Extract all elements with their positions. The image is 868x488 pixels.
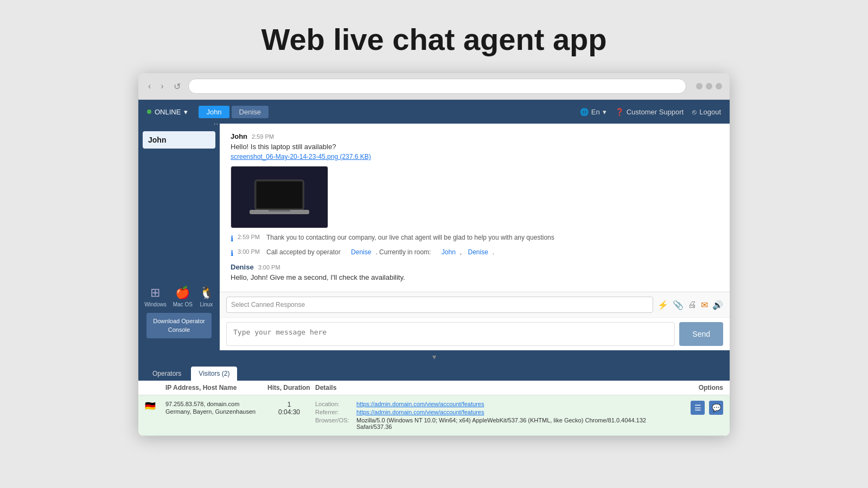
info-icon-1: ℹ (231, 234, 233, 243)
sys-text2: . Currently in room: (375, 248, 431, 256)
msg-denise-time: 3:00 PM (258, 264, 280, 271)
svg-rect-3 (269, 210, 290, 211)
col-details: Details (315, 384, 654, 391)
attachment-link[interactable]: screenshot_06-May-20-14-23-45.png (237.6… (231, 153, 719, 160)
language-selector[interactable]: 🌐 En ▾ (580, 108, 607, 116)
refresh-button[interactable]: ↺ (171, 80, 183, 93)
col-hits: Hits, Duration (267, 384, 311, 391)
language-label: En (591, 108, 600, 116)
col-options: Options (658, 384, 723, 391)
col-flag (145, 384, 161, 391)
col-ip: IP Address, Host Name (165, 384, 263, 391)
lightning-icon[interactable]: ⚡ (658, 300, 668, 310)
tab-john[interactable]: John (199, 106, 229, 118)
browser-dots (696, 83, 722, 89)
message-john: John 2:59 PM Hello! Is this laptop still… (231, 132, 719, 228)
canned-icons: ⚡ 📎 🖨 ✉ 🔊 (658, 300, 723, 310)
dot-1 (696, 83, 703, 89)
canned-response-select[interactable]: Select Canned Response (226, 297, 653, 313)
detail-browser-row: Browser/OS: Mozilla/5.0 (Windows NT 10.0… (315, 417, 654, 430)
apple-icon: 🍎 (175, 286, 190, 300)
system-message-1: ℹ 2:59 PM Thank you to contacting our co… (231, 234, 719, 243)
chat-icon-button[interactable]: 💬 (709, 401, 723, 415)
msg-john-time: 2:59 PM (252, 133, 274, 140)
message-denise: Denise 3:00 PM Hello, John! Give me a se… (231, 263, 719, 281)
msg-denise-header: Denise 3:00 PM (231, 263, 719, 271)
duration-value: 0:04:30 (267, 408, 311, 416)
dot-3 (716, 83, 722, 89)
sidebar: ✕ John ⊞ Windows 🍎 Mac (138, 124, 220, 350)
tab-denise[interactable]: Denise (232, 106, 269, 118)
msg-denise-text: Hello, John! Give me a second, I'll chec… (231, 273, 719, 281)
resize-handle[interactable]: ▾ (138, 350, 730, 363)
msg-john-header: John 2:59 PM (231, 132, 719, 140)
msg-john-text: Hello! Is this laptop still available? (231, 143, 719, 151)
ip-address: 97.255.83.578, domain.com (165, 401, 263, 407)
table-header: IP Address, Host Name Hits, Duration Det… (138, 381, 730, 395)
system-message-2: ℹ 3:00 PM Call accepted by operator Deni… (231, 248, 719, 258)
tab-visitors[interactable]: Visitors (2) (191, 367, 237, 381)
location-label: Location: (315, 401, 353, 407)
detail-location-row: Location: https://admin.domain.com/view/… (315, 401, 654, 407)
app-container: ONLINE ▾ John Denise 🌐 En ▾ ❓ Customer S… (138, 100, 730, 436)
location-link[interactable]: https://admin.domain.com/view/account/fe… (356, 401, 484, 407)
download-operator-console-button[interactable]: Download Operator Console (146, 313, 212, 338)
chat-tabs: John Denise (199, 106, 269, 118)
browser-label: Browser/OS: (315, 417, 353, 430)
detail-referrer-row: Referrer: https://admin.domain.com/view/… (315, 409, 654, 415)
chevron-down-icon: ▾ (603, 108, 607, 116)
nav-right: 🌐 En ▾ ❓ Customer Support ⎋ Logout (580, 108, 721, 116)
forward-button[interactable]: › (158, 80, 165, 92)
macos-icon-item: 🍎 Mac OS (173, 286, 193, 307)
visitors-table: IP Address, Host Name Hits, Duration Det… (138, 381, 730, 436)
top-nav: ONLINE ▾ John Denise 🌐 En ▾ ❓ Customer S… (138, 100, 730, 124)
options-col: ☰ 💬 (658, 401, 723, 415)
laptop-svg (247, 176, 312, 219)
sys-space (345, 248, 347, 256)
sys-link-john[interactable]: John (442, 248, 456, 256)
location-text: Germany, Bayern, Gunzenhausen (165, 408, 263, 415)
online-badge[interactable]: ONLINE ▾ (147, 108, 188, 116)
sys-period: . (493, 248, 494, 256)
sidebar-visitor-item: ✕ John (138, 129, 220, 151)
online-label: ONLINE (155, 108, 181, 116)
sidebar-visitor-john[interactable]: John (143, 131, 215, 149)
referrer-link[interactable]: https://admin.domain.com/view/account/fe… (356, 409, 484, 415)
send-button[interactable]: Send (679, 322, 723, 346)
visitor-name: John (148, 136, 166, 144)
referrer-label: Referrer: (315, 409, 353, 415)
svg-rect-1 (257, 182, 302, 208)
os-icons: ⊞ Windows 🍎 Mac OS 🐧 Linux (144, 286, 214, 307)
address-bar[interactable] (188, 79, 686, 94)
macos-label: Mac OS (173, 301, 193, 307)
sys-link-denise[interactable]: Denise (351, 248, 371, 256)
back-button[interactable]: ‹ (146, 80, 153, 92)
sys-text-1: Thank you to contacting our company, our… (266, 234, 554, 241)
bottom-tabs: Operators Visitors (2) (138, 363, 730, 381)
sys-link-denise2[interactable]: Denise (468, 248, 488, 256)
tab-operators[interactable]: Operators (145, 367, 189, 381)
logout-button[interactable]: ⎋ Logout (692, 108, 721, 116)
msg-denise-sender: Denise (231, 263, 254, 271)
support-label: Customer Support (627, 108, 684, 116)
message-input[interactable] (226, 322, 675, 346)
close-icon[interactable]: ✕ (213, 124, 219, 127)
volume-icon[interactable]: 🔊 (712, 300, 723, 310)
sys-comma: , (460, 248, 464, 256)
email-icon[interactable]: ✉ (701, 300, 708, 310)
help-icon: ❓ (615, 108, 624, 116)
windows-label: Windows (144, 301, 167, 307)
chat-area: John 2:59 PM Hello! Is this laptop still… (220, 124, 730, 350)
windows-icon-item: ⊞ Windows (144, 286, 167, 307)
list-icon-button[interactable]: ☰ (691, 401, 705, 415)
browser-value: Mozilla/5.0 (Windows NT 10.0; Win64; x64… (356, 417, 654, 430)
dot-2 (706, 83, 712, 89)
attachment-icon[interactable]: 📎 (673, 300, 684, 310)
laptop-image-preview (231, 166, 328, 228)
chevron-down-icon: ▾ (184, 108, 188, 116)
hits-col: 1 0:04:30 (267, 401, 311, 416)
main-content: ✕ John ⊞ Windows 🍎 Mac (138, 124, 730, 350)
print-icon[interactable]: 🖨 (688, 300, 697, 310)
customer-support-link[interactable]: ❓ Customer Support (615, 108, 684, 116)
logout-icon: ⎋ (692, 108, 697, 116)
